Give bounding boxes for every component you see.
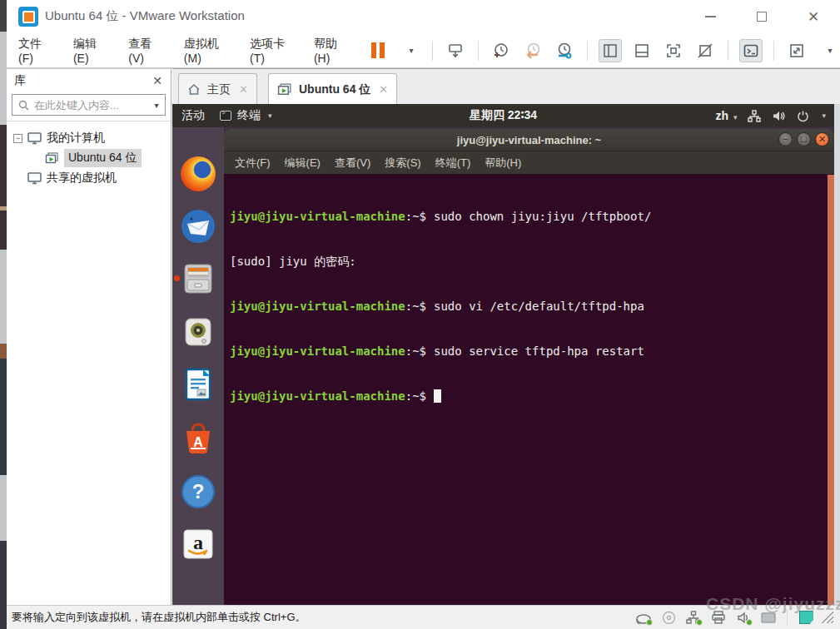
usb-icon[interactable]: [759, 609, 778, 626]
vm-icon: [45, 152, 59, 165]
terminal-menu-search[interactable]: 搜索(S): [385, 156, 420, 171]
tree-expander-icon[interactable]: −: [13, 134, 22, 143]
menu-file[interactable]: 文件(F): [18, 37, 48, 65]
tab-close-icon[interactable]: ✕: [239, 83, 248, 96]
minimize-button[interactable]: [698, 5, 722, 28]
menu-toolbar-row: 文件(F) 编辑(E) 查看(V) 虚拟机(M) 选项卡(T) 帮助(H) ▾: [7, 33, 840, 68]
tree-item-shared-vms[interactable]: 共享的虚拟机: [7, 168, 171, 188]
vmware-workstation-window: Ubuntu 64 位 - VMware Workstation ✕ 文件(F)…: [0, 0, 840, 629]
show-library-icon: [602, 42, 619, 59]
thunderbird-icon[interactable]: [181, 209, 216, 244]
ubuntu-software-icon[interactable]: A: [181, 420, 216, 455]
library-search-input[interactable]: [34, 99, 148, 111]
menu-tabs[interactable]: 选项卡(T): [250, 37, 289, 65]
fullscreen-toggle[interactable]: [662, 39, 685, 62]
menu-edit[interactable]: 编辑(E): [73, 37, 103, 65]
home-icon: [187, 83, 201, 96]
revert-snapshot-button[interactable]: [521, 39, 544, 62]
terminal-menu-edit[interactable]: 编辑(E): [285, 156, 321, 171]
sound-icon[interactable]: [734, 609, 753, 626]
vm-display-gutter: [834, 104, 840, 605]
terminal-line: jiyu@jiyu-virtual-machine:~$sudo vi /etc…: [230, 299, 828, 314]
status-message: 要将输入定向到该虚拟机，请在虚拟机内部单击或按 Ctrl+G。: [7, 610, 306, 625]
svg-text:?: ?: [192, 480, 205, 503]
fit-guest-dropdown[interactable]: ▾: [817, 39, 840, 62]
terminal-scrollbar[interactable]: [828, 175, 834, 605]
ctrl-alt-del-button[interactable]: [444, 39, 467, 62]
terminal-cursor: [434, 389, 441, 403]
running-indicator-dot: [174, 275, 180, 281]
menu-view[interactable]: 查看(V): [128, 37, 158, 65]
title-bar: Ubuntu 64 位 - VMware Workstation ✕: [7, 0, 840, 33]
volume-icon[interactable]: [772, 110, 786, 122]
library-close-icon[interactable]: ✕: [152, 74, 162, 87]
terminal-minimize-button[interactable]: −: [778, 132, 793, 146]
pause-button[interactable]: [366, 39, 390, 62]
console-view-icon: [743, 42, 759, 59]
terminal-menu-file[interactable]: 文件(F): [235, 156, 271, 171]
terminal-output[interactable]: jiyu@jiyu-virtual-machine:~$sudo chown j…: [224, 175, 828, 605]
tree-item-my-computer[interactable]: − 我的计算机: [7, 128, 171, 148]
rhythmbox-icon[interactable]: [181, 314, 216, 349]
printer-icon[interactable]: [709, 609, 728, 626]
terminal-menu-view[interactable]: 查看(V): [335, 156, 370, 171]
fit-guest-button[interactable]: [785, 39, 808, 62]
show-thumbnails-toggle[interactable]: [630, 39, 654, 62]
tab-close-icon[interactable]: ✕: [379, 83, 388, 96]
terminal-close-button[interactable]: ✕: [815, 132, 829, 146]
terminal-line: jiyu@jiyu-virtual-machine:~$sudo chown j…: [230, 209, 828, 224]
window-title: Ubuntu 64 位 - VMware Workstation: [45, 8, 245, 24]
tab-strip: 主页 ✕ Ubuntu 64 位 ✕: [172, 68, 840, 104]
vm-display[interactable]: 活动 终端 ▾ 星期四 22∶34 zh ▾: [172, 104, 834, 605]
files-icon[interactable]: [181, 261, 216, 296]
fullscreen-icon: [665, 42, 682, 59]
tab-ubuntu-vm[interactable]: Ubuntu 64 位 ✕: [268, 73, 397, 105]
power-dropdown[interactable]: ▾: [398, 39, 421, 62]
unity-mode-icon: [697, 42, 713, 59]
status-bar: 要将输入定向到该虚拟机，请在虚拟机内部单击或按 Ctrl+G。: [7, 605, 840, 629]
library-title: 库: [14, 73, 26, 88]
terminal-titlebar[interactable]: jiyu@jiyu-virtual-machine: ~ − □ ✕: [224, 129, 834, 151]
snapshot-manager-button[interactable]: [553, 39, 576, 62]
terminal-menu-help[interactable]: 帮助(H): [485, 156, 521, 171]
vmware-logo-icon: [18, 7, 38, 27]
search-filter-dropdown[interactable]: ▾: [148, 101, 165, 110]
terminal-menu-terminal[interactable]: 终端(T): [435, 156, 471, 171]
terminal-line: jiyu@jiyu-virtual-machine:~$sudo service…: [230, 344, 828, 359]
tree-item-ubuntu-vm[interactable]: Ubuntu 64 位: [7, 148, 171, 168]
fit-guest-icon: [788, 42, 805, 59]
network-icon[interactable]: [748, 110, 761, 122]
close-button[interactable]: ✕: [802, 5, 825, 28]
terminal-maximize-button[interactable]: □: [797, 132, 811, 146]
menu-help[interactable]: 帮助(H): [314, 37, 345, 65]
library-search[interactable]: ▾: [12, 94, 166, 116]
harddisk-icon[interactable]: [634, 609, 653, 626]
menu-vm[interactable]: 虚拟机(M): [184, 37, 225, 65]
firefox-icon[interactable]: [181, 156, 216, 191]
snapshot-manager-icon: [555, 42, 574, 60]
message-log-icon[interactable]: [797, 609, 815, 626]
svg-text:A: A: [193, 435, 203, 449]
show-library-toggle[interactable]: [599, 39, 622, 62]
help-icon[interactable]: ?: [181, 474, 216, 509]
power-icon[interactable]: [797, 110, 809, 122]
terminal-menubar: 文件(F) 编辑(E) 查看(V) 搜索(S) 终端(T) 帮助(H): [224, 151, 834, 174]
unity-mode-toggle[interactable]: [693, 39, 717, 62]
ctrl-alt-del-icon: [446, 42, 465, 60]
cdrom-icon[interactable]: [659, 609, 678, 626]
svg-text:a: a: [193, 532, 203, 553]
terminal-line: jiyu@jiyu-virtual-machine:~$: [230, 389, 828, 404]
resize-grip[interactable]: [822, 612, 833, 623]
library-tree: − 我的计算机 Ubuntu 64 位: [7, 121, 171, 188]
amazon-icon[interactable]: a: [181, 527, 216, 562]
maximize-button[interactable]: [750, 5, 773, 28]
tab-home[interactable]: 主页 ✕: [178, 73, 257, 105]
system-menu-caret[interactable]: ▾: [822, 111, 826, 120]
terminal-window[interactable]: jiyu@jiyu-virtual-machine: ~ − □ ✕ 文件(F)…: [224, 129, 834, 605]
console-view-toggle[interactable]: [739, 39, 763, 62]
gnome-top-bar: 活动 终端 ▾ 星期四 22∶34 zh ▾: [172, 104, 834, 127]
network-adapter-icon[interactable]: [684, 609, 703, 626]
input-language-indicator[interactable]: zh ▾: [715, 109, 737, 122]
libreoffice-writer-icon[interactable]: [181, 367, 216, 402]
take-snapshot-button[interactable]: [490, 39, 513, 62]
